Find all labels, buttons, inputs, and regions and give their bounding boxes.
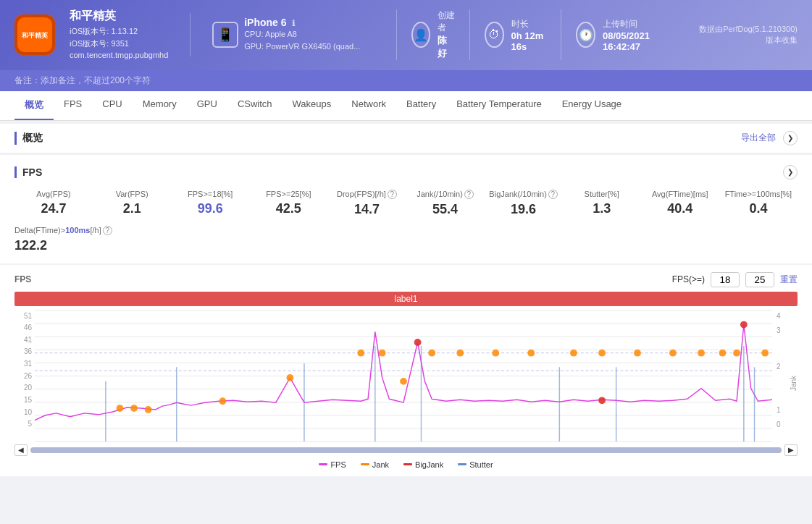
tab-cpu[interactable]: CPU xyxy=(92,91,132,120)
y-axis-right-label: Jank xyxy=(790,309,798,443)
app-ios-build: iOS版本号: 9351 xyxy=(70,38,168,50)
drop-fps-help[interactable]: ? xyxy=(388,190,397,199)
stat-bigjank: BigJank(/10min)? 19.6 xyxy=(485,190,563,217)
scrollbar-thumb[interactable] xyxy=(30,447,782,453)
svg-point-26 xyxy=(492,349,499,356)
creator-info: 创建者 陈好 xyxy=(438,9,455,60)
svg-point-32 xyxy=(698,349,705,356)
fps-chart[interactable]: 00:00 00:37 01:14 01:51 02:28 03:05 03:4… xyxy=(35,309,772,443)
fps-section: FPS ❯ Avg(FPS) 24.7 Var(FPS) 2.1 FPS>=18… xyxy=(0,155,812,263)
device-text: iPhone 6 ℹ CPU: Apple A8 GPU: PowerVR GX… xyxy=(244,17,360,54)
fps-section-header: FPS ❯ xyxy=(14,165,798,179)
device-gpu: GPU: PowerVR GX6450 (quad... xyxy=(244,41,360,54)
svg-point-33 xyxy=(719,349,727,356)
svg-text:和平精英: 和平精英 xyxy=(21,32,49,39)
tab-overview[interactable]: 概览 xyxy=(14,91,54,120)
svg-point-25 xyxy=(456,349,464,356)
header: 和平精英 和平精英 iOS版本号: 1.13.12 iOS版本号: 9351 c… xyxy=(0,0,812,70)
header-divider xyxy=(190,13,191,56)
svg-point-16 xyxy=(117,405,124,412)
chart-controls: FPS FPS(>=) 重置 xyxy=(14,272,798,287)
app-package: com.tencent.tmgp.pubgmhd xyxy=(70,49,168,62)
svg-point-36 xyxy=(414,339,422,346)
app-name: 和平精英 xyxy=(70,9,168,24)
svg-point-29 xyxy=(598,349,606,356)
tab-battery[interactable]: Battery xyxy=(396,91,446,120)
overview-title: 概览 xyxy=(14,132,43,145)
delta-help[interactable]: ? xyxy=(103,226,112,235)
device-icon: 📱 xyxy=(212,22,238,48)
tab-gpu[interactable]: GPU xyxy=(187,91,227,120)
notes-bar: 备注：添加备注，不超过200个字符 xyxy=(0,70,812,91)
overview-section-header: 概览 导出全部 ❯ xyxy=(0,124,812,153)
watermark: 数据由PerfDog(5.1.210300)版本收集 xyxy=(693,24,798,46)
fps-stats-row: Avg(FPS) 24.7 Var(FPS) 2.1 FPS>=18[%] 99… xyxy=(14,190,798,217)
chart-label-band: label1 xyxy=(14,292,798,306)
tab-wakeups[interactable]: Wakeups xyxy=(282,91,342,120)
delta-value: 122.2 xyxy=(14,238,798,253)
svg-point-37 xyxy=(598,397,606,404)
chart-area: FPS FPS(>=) 重置 label1 51 46 41 36 31 26 … xyxy=(0,265,812,476)
bigjank-help[interactable]: ? xyxy=(548,190,558,199)
chart-fps-label: FPS xyxy=(14,274,31,284)
creator-label: 创建者 xyxy=(438,9,455,34)
notes-placeholder[interactable]: 添加备注，不超过200个字符 xyxy=(41,75,151,85)
svg-point-17 xyxy=(130,405,138,412)
fps-val1-input[interactable] xyxy=(711,272,740,287)
svg-point-31 xyxy=(669,349,677,356)
stat-fps-gte25: FPS>=25[%] 42.5 xyxy=(249,190,327,217)
legend-bigjank-dot xyxy=(403,463,412,465)
stat-fps-gte18: FPS>=18[%] 99.6 xyxy=(171,190,249,217)
legend-jank-dot xyxy=(361,463,369,465)
duration-info: 时长 0h 12m 16s xyxy=(511,18,547,52)
scroll-left-button[interactable]: ◀ xyxy=(14,444,28,456)
duration-label: 时长 xyxy=(511,18,547,30)
device-info-icon: ℹ xyxy=(292,19,295,28)
upload-label: 上传时间 xyxy=(603,18,664,30)
fps-title: FPS xyxy=(14,166,42,178)
legend-stutter-dot xyxy=(458,463,466,465)
tab-cswitch[interactable]: CSwitch xyxy=(227,91,282,120)
upload-stat: 🕐 上传时间 08/05/2021 16:42:47 xyxy=(561,9,679,60)
upload-value: 08/05/2021 16:42:47 xyxy=(603,30,664,52)
y-axis-right: 4 3 2 1 0 xyxy=(772,309,790,443)
svg-point-18 xyxy=(145,406,152,413)
tab-energy[interactable]: Energy Usage xyxy=(552,91,632,120)
legend-jank-label: Jank xyxy=(372,460,389,469)
legend-jank: Jank xyxy=(361,460,389,469)
svg-point-35 xyxy=(761,349,769,356)
legend-stutter-label: Stutter xyxy=(469,460,493,469)
reset-button[interactable]: 重置 xyxy=(780,274,798,286)
tab-network[interactable]: Network xyxy=(341,91,396,120)
stat-jank: Jank(/10min)? 55.4 xyxy=(406,190,484,217)
app-ios-version: iOS版本号: 1.13.12 xyxy=(70,25,168,38)
fps-collapse-button[interactable]: ❯ xyxy=(783,165,798,179)
tab-memory[interactable]: Memory xyxy=(133,91,187,120)
svg-point-34 xyxy=(733,349,740,356)
tab-fps[interactable]: FPS xyxy=(54,91,92,120)
fps-val2-input[interactable] xyxy=(745,272,774,287)
stat-stutter: Stutter[%] 1.3 xyxy=(563,190,641,217)
tab-battery-temp[interactable]: Battery Temperature xyxy=(446,91,552,120)
stat-avg-ftime: Avg(FTime)[ms] 40.4 xyxy=(641,190,719,217)
legend-bigjank: BigJank xyxy=(403,460,443,469)
jank-help[interactable]: ? xyxy=(464,190,474,199)
overview-collapse-button[interactable]: ❯ xyxy=(783,131,798,145)
svg-point-22 xyxy=(379,349,386,356)
chart-scrollbar[interactable] xyxy=(30,447,782,453)
svg-point-23 xyxy=(400,377,407,384)
svg-point-38 xyxy=(740,321,748,328)
stat-avg-fps: Avg(FPS) 24.7 xyxy=(14,190,93,217)
device-cpu: CPU: Apple A8 xyxy=(244,28,360,41)
export-all-button[interactable]: 导出全部 xyxy=(741,132,776,144)
upload-icon: 🕐 xyxy=(576,22,595,48)
creator-value: 陈好 xyxy=(438,34,455,60)
legend-stutter: Stutter xyxy=(458,460,493,469)
svg-point-28 xyxy=(570,349,577,356)
fps-gte-label: FPS(>=) xyxy=(672,274,705,284)
scroll-right-button[interactable]: ▶ xyxy=(784,444,798,456)
chart-scrollbar-row: ◀ ▶ xyxy=(14,444,798,456)
stat-ftime-gte100: FTime>=100ms[%] 0.4 xyxy=(719,190,798,217)
creator-icon: 👤 xyxy=(411,22,430,48)
duration-stat: ⏱ 时长 0h 12m 16s xyxy=(469,9,561,60)
